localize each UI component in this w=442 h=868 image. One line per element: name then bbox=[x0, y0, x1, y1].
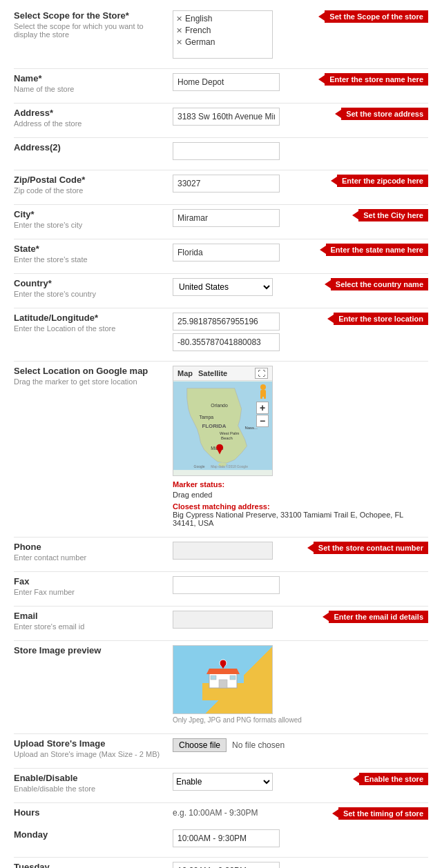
country-annotation-text: Select the country name bbox=[331, 278, 428, 290]
svg-text:Map data ©2018 Google: Map data ©2018 Google bbox=[211, 464, 248, 468]
map-row: Select Location on Google map Drag the m… bbox=[14, 366, 428, 527]
fax-input-col bbox=[173, 576, 428, 594]
day-label-col: Tuesday bbox=[14, 862, 173, 868]
zip-arrow-icon bbox=[331, 177, 337, 185]
address1-arrow-icon bbox=[335, 110, 341, 118]
city-arrow-icon bbox=[352, 211, 358, 219]
country-select[interactable]: United States Canada United Kingdom bbox=[173, 278, 273, 296]
enable-row: Enable/Disable Enable/disable the store … bbox=[14, 773, 428, 793]
address2-input-col bbox=[173, 142, 428, 160]
map-area[interactable]: Orlando Tampa FLORIDA West Palm Beach Mi… bbox=[173, 381, 272, 471]
lat-input[interactable] bbox=[173, 313, 280, 331]
fax-row: Fax Enter Fax number bbox=[14, 576, 428, 596]
state-annotation-text: Enter the state name here bbox=[326, 244, 429, 256]
map-status: Marker status: Drag ended Closest matchi… bbox=[173, 479, 428, 527]
enable-annotation-text: Enable the store bbox=[359, 773, 428, 785]
remove-french-btn[interactable]: ✕ bbox=[176, 26, 182, 35]
scope-label-col: Select Scope for the Store* Select the s… bbox=[14, 10, 173, 39]
country-row: Country* Enter the store's country Unite… bbox=[14, 278, 428, 298]
name-annotation-text: Enter the store name here bbox=[325, 73, 428, 86]
fax-input[interactable] bbox=[173, 576, 280, 594]
scope-english-label: English bbox=[185, 14, 212, 23]
hours-annotation-text: Set the timing of store bbox=[338, 807, 428, 820]
zip-input[interactable] bbox=[173, 175, 280, 193]
address1-annotation-text: Set the store address bbox=[341, 108, 428, 120]
upload-image-label-col: Upload Store's Image Upload an Store's i… bbox=[14, 738, 173, 758]
map-tab-map[interactable]: Map bbox=[177, 369, 193, 377]
choose-file-button[interactable]: Choose file bbox=[173, 738, 227, 752]
latlong-annotation-text: Enter the store location bbox=[334, 313, 428, 325]
enable-input-col: Enable Disable bbox=[173, 773, 347, 791]
store-icon bbox=[202, 659, 244, 700]
map-tab-satellite[interactable]: Satellite bbox=[198, 369, 227, 377]
enable-arrow-icon bbox=[353, 775, 359, 783]
svg-text:Google: Google bbox=[194, 465, 205, 468]
enable-sublabel: Enable/disable the store bbox=[14, 785, 166, 793]
name-input[interactable] bbox=[173, 73, 280, 91]
fax-label: Fax bbox=[14, 576, 166, 586]
fax-sublabel: Enter Fax number bbox=[14, 588, 166, 596]
phone-label-col: Phone Enter contact number bbox=[14, 542, 173, 562]
remove-german-btn[interactable]: ✕ bbox=[176, 38, 182, 47]
remove-english-btn[interactable]: ✕ bbox=[176, 14, 182, 23]
marker-status-label: Marker status: bbox=[173, 480, 224, 489]
country-sublabel: Enter the store's country bbox=[14, 290, 166, 298]
day-label: Monday bbox=[14, 829, 166, 840]
map-container[interactable]: Map Satellite ⛶ Orlando bbox=[173, 366, 273, 476]
scope-label: Select Scope for the Store* bbox=[14, 10, 166, 21]
svg-text:FLORIDA: FLORIDA bbox=[202, 423, 226, 429]
store-image-preview bbox=[173, 645, 273, 714]
address2-label-col: Address(2) bbox=[14, 142, 173, 152]
email-input[interactable] bbox=[173, 611, 273, 629]
map-input-col: Map Satellite ⛶ Orlando bbox=[173, 366, 428, 527]
city-input[interactable] bbox=[173, 209, 280, 227]
day-hours-input[interactable] bbox=[173, 862, 280, 868]
day-hours-input[interactable] bbox=[173, 829, 280, 847]
zoom-out-button[interactable]: − bbox=[256, 415, 269, 427]
day-row-tuesday: Tuesday bbox=[14, 862, 428, 868]
address1-input[interactable] bbox=[173, 108, 280, 126]
image-note: Only Jpeg, JPG and PNG formats allowed bbox=[173, 716, 428, 724]
zip-label: Zip/Postal Code* bbox=[14, 175, 166, 185]
enable-label: Enable/Disable bbox=[14, 773, 166, 783]
map-label-col: Select Location on Google map Drag the m… bbox=[14, 366, 173, 386]
map-label: Select Location on Google map bbox=[14, 366, 166, 376]
svg-rect-17 bbox=[264, 395, 266, 399]
hours-annotation: Set the timing of store bbox=[332, 807, 428, 820]
file-input-row: Choose file No file chosen bbox=[173, 738, 428, 752]
scope-box[interactable]: ✕ English ✕ French ✕ German bbox=[173, 10, 273, 59]
address1-row: Address* Address of the store Set the st… bbox=[14, 108, 428, 128]
lat-lng-group bbox=[173, 313, 322, 351]
name-label-col: Name* Name of the store bbox=[14, 73, 173, 93]
email-label-col: Email Enter store's email id bbox=[14, 611, 173, 631]
phone-input[interactable] bbox=[173, 542, 273, 560]
email-annotation: Enter the email id details bbox=[323, 611, 428, 623]
zip-input-col bbox=[173, 175, 325, 193]
address2-input[interactable] bbox=[173, 142, 280, 160]
upload-image-sublabel: Upload an Store's image (Max Size - 2 MB… bbox=[14, 750, 166, 758]
latlong-sublabel: Enter the Location of the store bbox=[14, 324, 166, 333]
state-input[interactable] bbox=[173, 244, 280, 262]
name-sublabel: Name of the store bbox=[14, 85, 166, 93]
zip-label-col: Zip/Postal Code* Zip code of the store bbox=[14, 175, 173, 195]
lng-input[interactable] bbox=[173, 333, 280, 351]
state-label: State* bbox=[14, 244, 166, 254]
pegman-icon[interactable] bbox=[258, 384, 269, 399]
zoom-in-button[interactable]: + bbox=[256, 402, 269, 414]
email-row: Email Enter store's email id Enter the e… bbox=[14, 611, 428, 631]
scope-sublabel: Select the scope for which you want to d… bbox=[14, 22, 166, 39]
scope-arrow-icon bbox=[318, 12, 325, 21]
hours-label-col: Hours bbox=[14, 807, 173, 818]
map-expand-button[interactable]: ⛶ bbox=[255, 368, 268, 379]
no-file-text: No file chosen bbox=[232, 740, 285, 750]
svg-point-14 bbox=[260, 384, 266, 390]
scope-tag-french: ✕ French bbox=[176, 26, 269, 35]
enable-select[interactable]: Enable Disable bbox=[173, 773, 273, 791]
fax-label-col: Fax Enter Fax number bbox=[14, 576, 173, 596]
address1-sublabel: Address of the store bbox=[14, 119, 166, 128]
city-label-col: City* Enter the store's city bbox=[14, 209, 173, 229]
image-preview-col: Only Jpeg, JPG and PNG formats allowed bbox=[173, 645, 428, 724]
address1-annotation: Set the store address bbox=[335, 108, 428, 120]
map-toolbar: Map Satellite ⛶ bbox=[173, 366, 272, 381]
day-row-monday: Monday bbox=[14, 829, 428, 847]
